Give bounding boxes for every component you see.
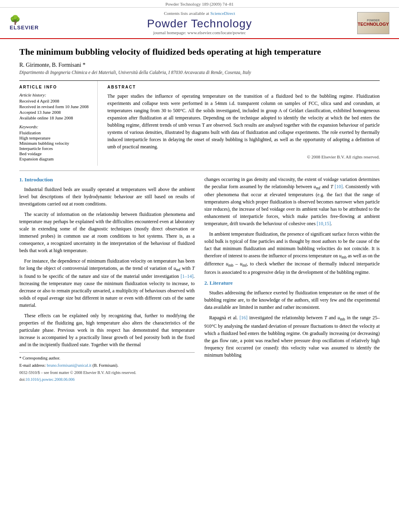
authors: R. Girimonte, B. Formisani * bbox=[19, 62, 380, 68]
journal-logo-container: POWDER TECHNOLOGY bbox=[349, 12, 389, 34]
elsevier-logo-container: 🌳 ELSEVIER bbox=[10, 14, 50, 32]
section-divider bbox=[19, 170, 380, 171]
keywords-list: FluidizationHigh temperatureMinimum bubb… bbox=[19, 130, 93, 161]
email-label: E-mail address: bbox=[19, 363, 47, 368]
footnote-star: * Corresponding author. bbox=[19, 355, 195, 362]
contents-text: Contents lists available at bbox=[164, 11, 210, 16]
keywords-section: Keywords: FluidizationHigh temperatureMi… bbox=[19, 124, 93, 161]
ref-10[interactable]: [10] bbox=[335, 184, 343, 189]
history-label: Article history: bbox=[19, 92, 93, 97]
email-name: (B. Formisani). bbox=[93, 363, 118, 368]
abstract-text: The paper studies the influence of opera… bbox=[107, 92, 380, 160]
body-p1: Industrial fluidized beds are usually op… bbox=[19, 186, 195, 207]
received-date: Received 4 April 2008 bbox=[19, 99, 93, 103]
contents-line: Contents lists available at ScienceDirec… bbox=[50, 11, 349, 16]
abstract-body: The paper studies the influence of opera… bbox=[107, 93, 380, 150]
footnote-area: * Corresponding author. E-mail address: … bbox=[19, 352, 195, 382]
revised-date: Received in revised form 10 June 2008 bbox=[19, 104, 93, 109]
body-p3: For instance, the dependence of minimum … bbox=[19, 257, 195, 309]
homepage-text: journal homepage: www.elsevier.com/locat… bbox=[153, 30, 246, 35]
affiliation: Dipartimento di Ingegneria Chimica e dei… bbox=[19, 70, 380, 75]
keyword-4: Interparticle forces bbox=[19, 146, 93, 151]
umf-r-sub: mf bbox=[316, 186, 321, 190]
doi-text: 0032-5910/$ – see front matter © 2008 El… bbox=[19, 370, 136, 375]
doi-link[interactable]: 10.1016/j.powtec.2008.06.006 bbox=[26, 377, 75, 382]
journal-citation: Powder Technology 189 (2009) 74–81 bbox=[165, 2, 234, 6]
section2-number: 2. Literature bbox=[204, 280, 233, 286]
journal-logo: POWDER TECHNOLOGY bbox=[357, 12, 389, 34]
doi-value-line: doi:10.1016/j.powtec.2008.06.006 bbox=[19, 376, 195, 382]
footnote-email-line: E-mail address: bruno.formisani@unical.i… bbox=[19, 362, 195, 369]
keywords-label: Keywords: bbox=[19, 124, 93, 129]
section1-title: 1. Introduction bbox=[19, 176, 195, 184]
keyword-3: Minimum bubbling velocity bbox=[19, 141, 93, 146]
sciencedirect-link[interactable]: ScienceDirect bbox=[210, 11, 235, 16]
elsevier-logo: 🌳 ELSEVIER bbox=[10, 14, 46, 32]
journal-header-center: Contents lists available at ScienceDirec… bbox=[50, 11, 349, 35]
body-col-left: 1. Introduction Industrial fluidized bed… bbox=[19, 176, 195, 383]
section2-title: 2. Literature bbox=[204, 279, 380, 287]
keyword-6: Expansion diagram bbox=[19, 156, 93, 161]
body-col-right: changes occurring in gas density and vis… bbox=[204, 176, 380, 383]
footnote-star-text: * Corresponding author. bbox=[19, 356, 60, 360]
doi-line: 0032-5910/$ – see front matter © 2008 El… bbox=[19, 370, 195, 376]
abstract-title: ABSTRACT bbox=[107, 85, 380, 89]
main-content: The minimum bubbling velocity of fluidiz… bbox=[0, 39, 399, 390]
top-bar: Powder Technology 189 (2009) 74–81 bbox=[0, 0, 399, 8]
doi-label: doi: bbox=[19, 377, 26, 382]
umf-diff-sub: mf bbox=[242, 263, 247, 268]
ref-16[interactable]: [16] bbox=[239, 315, 247, 320]
logo-main-text: TECHNOLOGY bbox=[358, 22, 389, 27]
journal-homepage: journal homepage: www.elsevier.com/locat… bbox=[50, 30, 349, 35]
article-info-abstract: ARTICLE INFO Article history: Received 4… bbox=[19, 80, 380, 166]
ref-10-15[interactable]: [10,15] bbox=[317, 221, 331, 226]
ref-1-14[interactable]: [1–14] bbox=[181, 273, 193, 279]
authors-text: R. Girimonte, B. Formisani * bbox=[19, 62, 86, 68]
article-info-title: ARTICLE INFO bbox=[19, 85, 93, 89]
article-history: Article history: Received 4 April 2008 R… bbox=[19, 92, 93, 120]
keyword-5: Bed voidage bbox=[19, 151, 93, 156]
journal-header: 🌳 ELSEVIER Contents lists available at S… bbox=[0, 8, 399, 39]
article-info-col: ARTICLE INFO Article history: Received 4… bbox=[19, 81, 98, 166]
body-columns: 1. Introduction Industrial fluidized bed… bbox=[19, 176, 380, 383]
keyword-2: High temperature bbox=[19, 136, 93, 140]
umb-s2-sub: mb bbox=[340, 317, 345, 322]
online-date: Available online 18 June 2008 bbox=[19, 115, 93, 120]
umb-diff-sub: mb bbox=[228, 263, 233, 268]
T-r: T bbox=[331, 184, 333, 189]
umf-sub: mf bbox=[176, 267, 181, 272]
body-r-p1: changes occurring in gas density and vis… bbox=[204, 176, 380, 227]
section1-number: 1. Introduction bbox=[19, 177, 53, 183]
email-link[interactable]: bruno.formisani@unical.it bbox=[47, 363, 91, 368]
copyright: © 2008 Elsevier B.V. All rights reserved… bbox=[107, 154, 380, 160]
body-r-p4: Rapagnà et al. [16] investigated the rel… bbox=[204, 314, 380, 358]
body-r-p3: Studies addressing the influence exerted… bbox=[204, 289, 380, 311]
elsevier-tree-icon: 🌳 bbox=[10, 16, 21, 25]
journal-title: Powder Technology bbox=[50, 17, 349, 30]
body-p4: These effects can be explained only by r… bbox=[19, 312, 195, 348]
accepted-date: Accepted 13 June 2008 bbox=[19, 110, 93, 115]
body-r-p2: In ambient temperature fluidization, the… bbox=[204, 230, 380, 276]
keyword-1: Fluidization bbox=[19, 130, 93, 135]
abstract-col: ABSTRACT The paper studies the influence… bbox=[107, 81, 380, 166]
article-title: The minimum bubbling velocity of fluidiz… bbox=[19, 46, 380, 58]
elsevier-text: ELSEVIER bbox=[10, 25, 39, 31]
umb-sub: mb bbox=[341, 255, 347, 259]
body-p2: The scarcity of information on the relat… bbox=[19, 211, 195, 254]
T-s2: T bbox=[324, 315, 327, 320]
T-var: T bbox=[192, 265, 195, 271]
logo-top-text: POWDER bbox=[367, 19, 380, 22]
